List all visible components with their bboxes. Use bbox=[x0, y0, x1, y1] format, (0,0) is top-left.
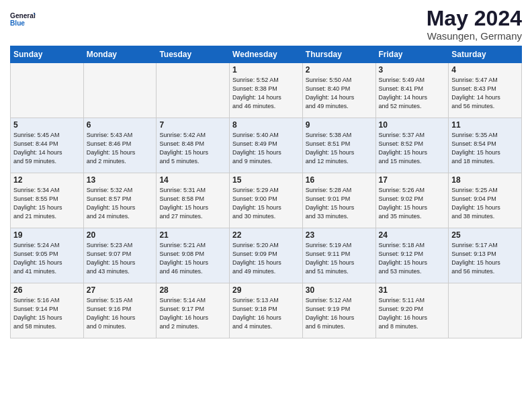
day-cell: 13Sunrise: 5:32 AMSunset: 8:57 PMDayligh… bbox=[83, 173, 157, 228]
day-cell bbox=[83, 63, 157, 118]
header: General Blue May 2024 Wasungen, Germany bbox=[10, 7, 522, 42]
day-number: 21 bbox=[159, 230, 226, 240]
day-cell: 1Sunrise: 5:52 AMSunset: 8:38 PMDaylight… bbox=[230, 63, 303, 118]
day-number: 28 bbox=[159, 285, 226, 295]
day-number: 4 bbox=[451, 65, 519, 75]
day-cell: 6Sunrise: 5:43 AMSunset: 8:46 PMDaylight… bbox=[83, 118, 157, 173]
day-number: 8 bbox=[232, 120, 300, 130]
day-number: 30 bbox=[306, 285, 373, 295]
day-number: 7 bbox=[159, 120, 226, 130]
day-number: 23 bbox=[306, 230, 373, 240]
day-number: 10 bbox=[379, 120, 446, 130]
day-number: 27 bbox=[87, 285, 154, 295]
day-cell: 19Sunrise: 5:24 AMSunset: 9:05 PMDayligh… bbox=[11, 228, 84, 283]
day-number: 19 bbox=[13, 230, 81, 240]
day-number: 18 bbox=[451, 175, 519, 185]
col-wednesday: Wednesday bbox=[230, 46, 303, 63]
day-info: Sunrise: 5:13 AMSunset: 9:18 PMDaylight:… bbox=[232, 296, 300, 331]
day-cell: 5Sunrise: 5:45 AMSunset: 8:44 PMDaylight… bbox=[11, 118, 84, 173]
day-number: 15 bbox=[232, 175, 300, 185]
day-number: 3 bbox=[379, 65, 446, 75]
day-info: Sunrise: 5:29 AMSunset: 9:00 PMDaylight:… bbox=[232, 186, 300, 221]
day-info: Sunrise: 5:25 AMSunset: 9:04 PMDaylight:… bbox=[451, 186, 519, 221]
day-number: 24 bbox=[379, 230, 446, 240]
day-info: Sunrise: 5:42 AMSunset: 8:48 PMDaylight:… bbox=[159, 131, 226, 166]
week-row-3: 12Sunrise: 5:34 AMSunset: 8:55 PMDayligh… bbox=[11, 173, 522, 228]
day-number: 25 bbox=[451, 230, 519, 240]
day-info: Sunrise: 5:14 AMSunset: 9:17 PMDaylight:… bbox=[159, 296, 226, 331]
day-cell: 26Sunrise: 5:16 AMSunset: 9:14 PMDayligh… bbox=[11, 283, 84, 338]
col-tuesday: Tuesday bbox=[157, 46, 230, 63]
day-info: Sunrise: 5:52 AMSunset: 8:38 PMDaylight:… bbox=[232, 76, 300, 111]
day-number: 26 bbox=[13, 285, 81, 295]
svg-text:Blue: Blue bbox=[10, 19, 25, 27]
day-info: Sunrise: 5:50 AMSunset: 8:40 PMDaylight:… bbox=[306, 76, 373, 111]
week-row-2: 5Sunrise: 5:45 AMSunset: 8:44 PMDaylight… bbox=[11, 118, 522, 173]
day-cell bbox=[449, 283, 522, 338]
day-cell: 31Sunrise: 5:11 AMSunset: 9:20 PMDayligh… bbox=[375, 283, 449, 338]
calendar-page: General Blue May 2024 Wasungen, Germany … bbox=[0, 0, 532, 411]
day-number: 9 bbox=[306, 120, 373, 130]
col-saturday: Saturday bbox=[449, 46, 522, 63]
day-info: Sunrise: 5:49 AMSunset: 8:41 PMDaylight:… bbox=[379, 76, 446, 111]
week-row-5: 26Sunrise: 5:16 AMSunset: 9:14 PMDayligh… bbox=[11, 283, 522, 338]
day-cell: 23Sunrise: 5:19 AMSunset: 9:11 PMDayligh… bbox=[302, 228, 375, 283]
day-number: 11 bbox=[451, 120, 519, 130]
calendar-table: Sunday Monday Tuesday Wednesday Thursday… bbox=[10, 46, 522, 338]
day-info: Sunrise: 5:23 AMSunset: 9:07 PMDaylight:… bbox=[87, 241, 154, 276]
day-cell: 9Sunrise: 5:38 AMSunset: 8:51 PMDaylight… bbox=[302, 118, 375, 173]
day-number: 22 bbox=[232, 230, 300, 240]
day-number: 29 bbox=[232, 285, 300, 295]
col-monday: Monday bbox=[83, 46, 157, 63]
day-cell: 7Sunrise: 5:42 AMSunset: 8:48 PMDaylight… bbox=[157, 118, 230, 173]
day-cell: 27Sunrise: 5:15 AMSunset: 9:16 PMDayligh… bbox=[83, 283, 157, 338]
logo: General Blue bbox=[10, 7, 36, 32]
day-info: Sunrise: 5:16 AMSunset: 9:14 PMDaylight:… bbox=[13, 296, 81, 331]
day-info: Sunrise: 5:37 AMSunset: 8:52 PMDaylight:… bbox=[379, 131, 446, 166]
day-info: Sunrise: 5:17 AMSunset: 9:13 PMDaylight:… bbox=[451, 241, 519, 276]
day-cell: 3Sunrise: 5:49 AMSunset: 8:41 PMDaylight… bbox=[375, 63, 449, 118]
day-info: Sunrise: 5:18 AMSunset: 9:12 PMDaylight:… bbox=[379, 241, 446, 276]
day-info: Sunrise: 5:19 AMSunset: 9:11 PMDaylight:… bbox=[306, 241, 373, 276]
day-info: Sunrise: 5:26 AMSunset: 9:02 PMDaylight:… bbox=[379, 186, 446, 221]
logo-svg: General Blue bbox=[10, 7, 36, 32]
day-info: Sunrise: 5:20 AMSunset: 9:09 PMDaylight:… bbox=[232, 241, 300, 276]
location: Wasungen, Germany bbox=[427, 30, 522, 42]
week-row-1: 1Sunrise: 5:52 AMSunset: 8:38 PMDaylight… bbox=[11, 63, 522, 118]
day-number: 20 bbox=[87, 230, 154, 240]
day-cell: 21Sunrise: 5:21 AMSunset: 9:08 PMDayligh… bbox=[157, 228, 230, 283]
day-number: 1 bbox=[232, 65, 300, 75]
day-info: Sunrise: 5:40 AMSunset: 8:49 PMDaylight:… bbox=[232, 131, 300, 166]
day-info: Sunrise: 5:45 AMSunset: 8:44 PMDaylight:… bbox=[13, 131, 81, 166]
day-number: 17 bbox=[379, 175, 446, 185]
day-cell: 24Sunrise: 5:18 AMSunset: 9:12 PMDayligh… bbox=[375, 228, 449, 283]
day-cell: 22Sunrise: 5:20 AMSunset: 9:09 PMDayligh… bbox=[230, 228, 303, 283]
day-cell: 28Sunrise: 5:14 AMSunset: 9:17 PMDayligh… bbox=[157, 283, 230, 338]
day-info: Sunrise: 5:32 AMSunset: 8:57 PMDaylight:… bbox=[87, 186, 154, 221]
day-cell: 16Sunrise: 5:28 AMSunset: 9:01 PMDayligh… bbox=[302, 173, 375, 228]
day-number: 12 bbox=[13, 175, 81, 185]
day-number: 6 bbox=[87, 120, 154, 130]
day-cell: 15Sunrise: 5:29 AMSunset: 9:00 PMDayligh… bbox=[230, 173, 303, 228]
day-cell: 11Sunrise: 5:35 AMSunset: 8:54 PMDayligh… bbox=[449, 118, 522, 173]
day-number: 2 bbox=[306, 65, 373, 75]
title-block: May 2024 Wasungen, Germany bbox=[427, 7, 522, 42]
day-cell bbox=[11, 63, 84, 118]
col-sunday: Sunday bbox=[11, 46, 84, 63]
day-cell: 29Sunrise: 5:13 AMSunset: 9:18 PMDayligh… bbox=[230, 283, 303, 338]
day-info: Sunrise: 5:34 AMSunset: 8:55 PMDaylight:… bbox=[13, 186, 81, 221]
day-info: Sunrise: 5:12 AMSunset: 9:19 PMDaylight:… bbox=[306, 296, 373, 331]
day-number: 5 bbox=[13, 120, 81, 130]
day-cell: 20Sunrise: 5:23 AMSunset: 9:07 PMDayligh… bbox=[83, 228, 157, 283]
header-row: Sunday Monday Tuesday Wednesday Thursday… bbox=[11, 46, 522, 63]
day-cell: 25Sunrise: 5:17 AMSunset: 9:13 PMDayligh… bbox=[449, 228, 522, 283]
day-cell: 30Sunrise: 5:12 AMSunset: 9:19 PMDayligh… bbox=[302, 283, 375, 338]
day-info: Sunrise: 5:21 AMSunset: 9:08 PMDaylight:… bbox=[159, 241, 226, 276]
day-cell: 17Sunrise: 5:26 AMSunset: 9:02 PMDayligh… bbox=[375, 173, 449, 228]
svg-text:General: General bbox=[10, 12, 36, 19]
day-info: Sunrise: 5:15 AMSunset: 9:16 PMDaylight:… bbox=[87, 296, 154, 331]
day-info: Sunrise: 5:47 AMSunset: 8:43 PMDaylight:… bbox=[451, 76, 519, 111]
day-info: Sunrise: 5:24 AMSunset: 9:05 PMDaylight:… bbox=[13, 241, 81, 276]
day-number: 31 bbox=[379, 285, 446, 295]
day-cell: 12Sunrise: 5:34 AMSunset: 8:55 PMDayligh… bbox=[11, 173, 84, 228]
